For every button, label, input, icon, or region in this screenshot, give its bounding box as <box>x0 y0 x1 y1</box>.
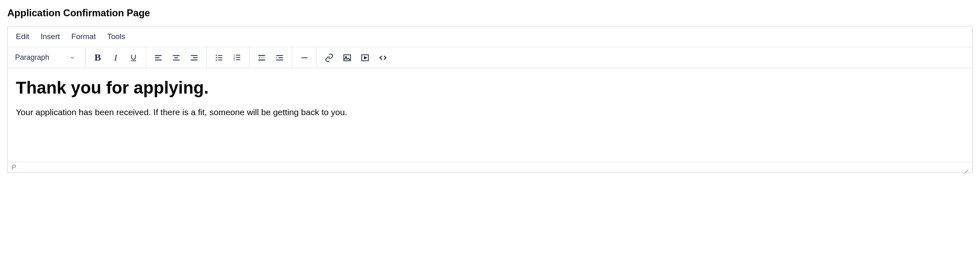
element-path[interactable]: P <box>12 164 16 171</box>
status-bar: P <box>8 162 972 172</box>
align-right-icon <box>190 53 199 62</box>
image-button[interactable] <box>338 49 356 67</box>
svg-point-0 <box>216 55 217 56</box>
content-paragraph: Your application has been received. If t… <box>16 107 964 117</box>
horizontal-rule-icon <box>300 53 309 62</box>
svg-rect-9 <box>236 55 240 55</box>
toolbar: Paragraph B I <box>8 47 972 68</box>
indent-icon <box>275 53 284 62</box>
align-group <box>146 47 207 68</box>
italic-button[interactable]: I <box>107 49 125 67</box>
align-left-button[interactable] <box>149 49 167 67</box>
bullet-list-button[interactable] <box>210 49 228 67</box>
code-icon <box>378 53 387 62</box>
rule-group <box>292 47 317 68</box>
svg-rect-11 <box>236 59 240 60</box>
resize-handle[interactable] <box>962 164 968 171</box>
menu-bar: Edit Insert Format Tools <box>8 26 972 47</box>
format-select-label: Paragraph <box>15 53 49 62</box>
editor-content[interactable]: Thank you for applying. Your application… <box>8 68 972 162</box>
code-button[interactable] <box>374 49 392 67</box>
video-button[interactable] <box>356 49 374 67</box>
svg-text:3: 3 <box>234 58 235 61</box>
indent-button[interactable] <box>271 49 289 67</box>
link-button[interactable] <box>320 49 338 67</box>
bullet-list-icon <box>214 53 223 62</box>
content-heading: Thank you for applying. <box>16 78 964 98</box>
format-group: Paragraph <box>8 47 85 68</box>
menu-insert[interactable]: Insert <box>41 32 60 41</box>
align-center-icon <box>172 53 181 62</box>
image-icon <box>343 53 352 62</box>
underline-icon <box>129 53 138 62</box>
numbered-list-button[interactable]: 1 2 3 <box>228 49 246 67</box>
indent-group <box>249 47 292 68</box>
page-title: Application Confirmation Page <box>7 7 973 19</box>
chevron-down-icon <box>70 55 75 61</box>
svg-rect-10 <box>236 57 240 58</box>
text-style-group: B I <box>85 47 146 68</box>
video-icon <box>361 53 370 62</box>
svg-rect-5 <box>218 59 222 60</box>
svg-point-2 <box>216 59 217 61</box>
numbered-list-icon: 1 2 3 <box>232 53 241 62</box>
outdent-icon <box>257 53 266 62</box>
menu-tools[interactable]: Tools <box>107 32 125 41</box>
align-right-button[interactable] <box>185 49 203 67</box>
link-icon <box>325 53 334 62</box>
underline-button[interactable] <box>125 49 142 67</box>
editor-container: Edit Insert Format Tools Paragraph B I <box>7 26 973 173</box>
svg-point-1 <box>216 57 217 58</box>
menu-format[interactable]: Format <box>71 32 96 41</box>
insert-group <box>317 47 395 68</box>
format-select[interactable]: Paragraph <box>11 47 82 68</box>
align-center-button[interactable] <box>167 49 185 67</box>
outdent-button[interactable] <box>253 49 271 67</box>
menu-edit[interactable]: Edit <box>16 32 29 41</box>
align-left-icon <box>154 53 163 62</box>
svg-rect-3 <box>218 55 222 56</box>
svg-rect-4 <box>218 57 222 58</box>
bold-button[interactable]: B <box>89 49 107 67</box>
list-group: 1 2 3 <box>207 47 249 68</box>
horizontal-rule-button[interactable] <box>295 49 313 67</box>
